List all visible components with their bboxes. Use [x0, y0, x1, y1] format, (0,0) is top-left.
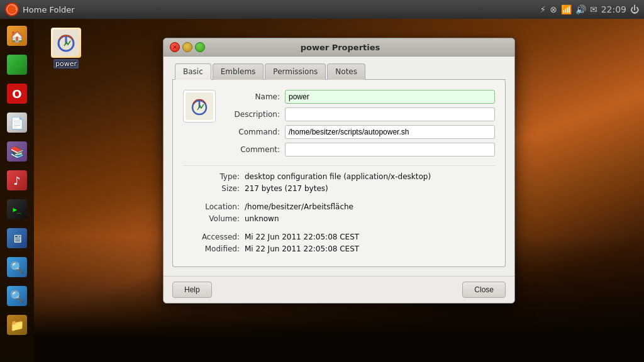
- folder-icon: 📁: [7, 315, 27, 335]
- screen-icon: 🖥: [7, 228, 27, 248]
- dialog-body: Basic Emblems Permissions Notes: [164, 57, 514, 276]
- sidebar-item-books[interactable]: 📚: [4, 138, 30, 165]
- panel-logo[interactable]: [5, 3, 19, 16]
- sidebar-item-home[interactable]: 🏠: [4, 23, 30, 49]
- sidebar-item-screen[interactable]: 🖥: [4, 225, 30, 251]
- modified-label: Modified:: [183, 244, 240, 253]
- dialog-footer: Help Close: [164, 276, 514, 303]
- info-section: Type: desktop configuration file (applic…: [183, 165, 495, 253]
- opera-icon: O: [7, 84, 27, 104]
- reload-icon: ↺: [7, 55, 27, 75]
- command-input[interactable]: [285, 125, 495, 139]
- comment-input[interactable]: [285, 143, 495, 156]
- maximize-dialog-button[interactable]: [195, 42, 205, 52]
- close-button[interactable]: Close: [462, 282, 506, 298]
- wifi-signal-icon: ⊗: [550, 4, 557, 14]
- size-value: 217 bytes (217 bytes): [245, 184, 328, 193]
- file-icon: 📄: [7, 112, 27, 133]
- size-label: Size:: [183, 184, 240, 193]
- wifi-icon: 📶: [561, 4, 572, 14]
- music-icon: ♪: [7, 170, 27, 190]
- command-row: Command:: [223, 125, 495, 139]
- form-fields: Name: Description: Command: Comment: [223, 90, 495, 156]
- home-icon: 🏠: [7, 26, 27, 46]
- description-label: Description:: [223, 110, 280, 119]
- dialog-overlay: ✕ power Properties Basic Emblems Permiss…: [34, 19, 644, 362]
- location-value: /home/besitzer/Arbeitsfläche: [245, 202, 353, 211]
- volume-icon: 🔊: [575, 4, 586, 14]
- tab-basic[interactable]: Basic: [175, 63, 211, 80]
- location-row: Location: /home/besitzer/Arbeitsfläche: [183, 202, 495, 211]
- dialog-controls: ✕: [170, 42, 205, 52]
- info-spacer-2: [183, 226, 495, 233]
- tab-bar: Basic Emblems Permissions Notes: [172, 63, 506, 80]
- top-panel: Home Folder ⚡ ⊗ 📶 🔊 ✉ 22:09 ⏻: [0, 0, 644, 19]
- panel-left: Home Folder: [5, 3, 75, 16]
- clock: 22:09: [601, 4, 626, 14]
- sidebar-item-folder[interactable]: 📁: [4, 312, 30, 338]
- books-icon: 📚: [7, 141, 27, 162]
- volume-row: Volume: unknown: [183, 214, 495, 223]
- dialog-title: power Properties: [301, 43, 380, 52]
- search2-icon: 🔍: [7, 286, 27, 306]
- close-dialog-button[interactable]: ✕: [170, 42, 180, 52]
- panel-title: Home Folder: [23, 5, 75, 14]
- sidebar-item-search2[interactable]: 🔍: [4, 283, 30, 309]
- size-row: Size: 217 bytes (217 bytes): [183, 184, 495, 193]
- help-button[interactable]: Help: [172, 282, 212, 298]
- tab-notes[interactable]: Notes: [327, 63, 365, 80]
- sidebar-item-music[interactable]: ♪: [4, 167, 30, 194]
- description-input[interactable]: [285, 107, 495, 121]
- type-value: desktop configuration file (application/…: [245, 172, 431, 181]
- power-icon: ⚡: [540, 4, 546, 14]
- comment-label: Comment:: [223, 145, 280, 154]
- close-panel-icon: ⏻: [630, 4, 639, 14]
- sidebar-item-search[interactable]: 🔍: [4, 254, 30, 280]
- volume-label: Volume:: [183, 214, 240, 223]
- command-label: Command:: [223, 128, 280, 136]
- name-input[interactable]: [285, 90, 495, 104]
- left-sidebar: 🏠 ↺ O 📄 📚 ♪ ▶_ 🖥 🔍 🔍 📁: [0, 19, 34, 362]
- tab-content-basic: Name: Description: Command: Comment: [172, 80, 506, 267]
- mail-icon: ✉: [590, 4, 597, 14]
- type-row: Type: desktop configuration file (applic…: [183, 172, 495, 181]
- type-label: Type:: [183, 172, 240, 181]
- panel-right: ⚡ ⊗ 📶 🔊 ✉ 22:09 ⏻: [540, 4, 639, 14]
- form-section: Name: Description: Command: Comment: [183, 90, 495, 156]
- tab-emblems[interactable]: Emblems: [213, 63, 264, 80]
- name-label: Name:: [223, 92, 280, 101]
- volume-value: unknown: [245, 214, 279, 223]
- description-row: Description:: [223, 107, 495, 121]
- accessed-value: Mi 22 Jun 2011 22:05:08 CEST: [245, 233, 359, 241]
- search-icon: 🔍: [7, 257, 27, 277]
- sidebar-item-terminal[interactable]: ▶_: [4, 196, 30, 222]
- properties-dialog: ✕ power Properties Basic Emblems Permiss…: [163, 38, 515, 304]
- accessed-label: Accessed:: [183, 233, 240, 241]
- sidebar-item-file[interactable]: 📄: [4, 109, 30, 136]
- sidebar-item-reload[interactable]: ↺: [4, 52, 30, 78]
- modified-value: Mi 22 Jun 2011 22:05:08 CEST: [245, 244, 359, 253]
- info-spacer-1: [183, 196, 495, 202]
- modified-row: Modified: Mi 22 Jun 2011 22:05:08 CEST: [183, 244, 495, 253]
- accessed-row: Accessed: Mi 22 Jun 2011 22:05:08 CEST: [183, 233, 495, 241]
- tab-permissions[interactable]: Permissions: [265, 63, 326, 80]
- name-row: Name:: [223, 90, 495, 104]
- minimize-dialog-button[interactable]: [182, 42, 192, 52]
- dialog-titlebar: ✕ power Properties: [164, 38, 514, 57]
- file-icon-preview[interactable]: [183, 90, 216, 123]
- terminal-icon: ▶_: [7, 199, 27, 219]
- location-label: Location:: [183, 202, 240, 211]
- comment-row: Comment:: [223, 143, 495, 156]
- sidebar-item-opera[interactable]: O: [4, 80, 30, 107]
